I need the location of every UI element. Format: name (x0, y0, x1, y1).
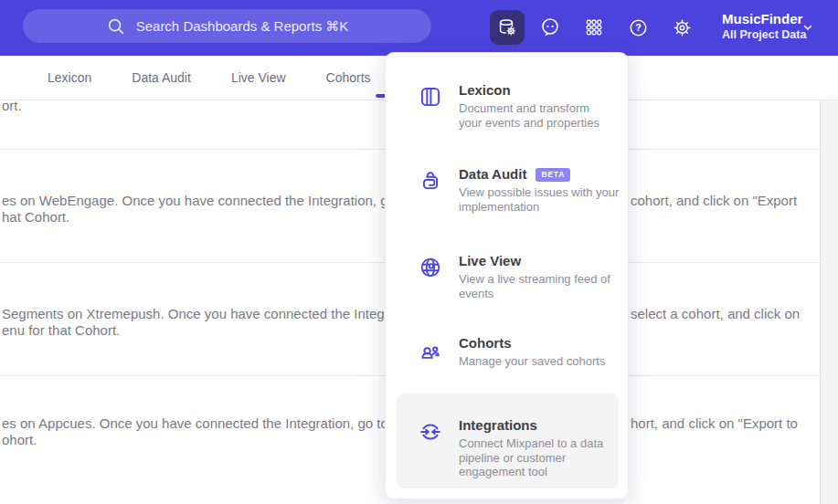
appcues-description-line2: ohort. (2, 432, 37, 447)
tab-cohorts[interactable]: Cohorts (326, 70, 371, 85)
tab-lexicon[interactable]: Lexicon (48, 70, 91, 85)
data-management-icon (496, 16, 518, 38)
data-management-dropdown: Lexicon Document and transform your even… (385, 52, 629, 499)
menu-item-description: Connect Mixpanel to a data pipeline or c… (459, 436, 625, 479)
search-placeholder-text: Search Dashboards & Reports ⌘K (136, 18, 349, 35)
svg-text:?: ? (635, 22, 641, 33)
menu-item-title: Integrations (459, 417, 537, 434)
menu-item-title: Cohorts (459, 335, 512, 352)
webengage-description-line2: hat Cohort. (2, 209, 69, 225)
menu-item-description: Manage your saved cohorts (459, 354, 625, 369)
feedback-chat-icon (539, 16, 561, 38)
webengage-description-right: cohort, and click on "Export (631, 193, 797, 208)
menu-item-data-audit[interactable]: Data Audit BETA View possible issues wit… (419, 166, 625, 214)
help-button[interactable]: ? (622, 12, 653, 43)
project-name: MusicFinder (722, 11, 806, 27)
book-icon (419, 85, 442, 109)
xtremepush-description-right: select a cohort, and click on (631, 306, 800, 321)
globe-icon (419, 256, 442, 279)
menu-item-title: Data Audit (459, 166, 526, 183)
menu-item-title: Lexicon (459, 82, 511, 99)
app-window: Search Dashboards & Reports ⌘K (0, 0, 838, 504)
webengage-description-left: es on WebEngage. Once you have connected… (2, 193, 434, 208)
menu-item-integrations[interactable]: Integrations Connect Mixpanel to a data … (397, 394, 619, 488)
data-management-button[interactable] (490, 10, 525, 45)
tab-data-audit[interactable]: Data Audit (132, 70, 191, 85)
apps-grid-button[interactable] (578, 12, 610, 43)
audit-lock-icon (419, 169, 442, 193)
settings-button[interactable] (666, 12, 697, 43)
menu-item-description: View a live streaming feed of events (459, 272, 625, 300)
beta-badge: BETA (536, 168, 570, 182)
menu-item-cohorts[interactable]: Cohorts Manage your saved cohorts (419, 335, 625, 369)
appcues-description-right: hort, and click on "Export to (631, 415, 798, 431)
project-scope: All Project Data (722, 27, 806, 42)
menu-item-description: View possible issues with your implement… (459, 185, 625, 214)
chevron-down-icon (801, 21, 814, 34)
project-switcher[interactable]: MusicFinder All Project Data (722, 11, 806, 42)
tab-live-view[interactable]: Live View (231, 70, 286, 85)
global-search-bar[interactable]: Search Dashboards & Reports ⌘K (23, 9, 431, 43)
help-icon: ? (628, 17, 649, 38)
apps-grid-icon (584, 17, 604, 37)
menu-item-lexicon[interactable]: Lexicon Document and transform your even… (419, 82, 625, 130)
scroll-gutter[interactable] (820, 100, 838, 504)
search-icon (106, 16, 126, 37)
sync-arrows-icon (419, 420, 442, 444)
feedback-button[interactable] (535, 12, 566, 43)
settings-gear-icon (672, 17, 693, 38)
top-navigation-bar: Search Dashboards & Reports ⌘K (0, 0, 838, 56)
appcues-description-left: es on Appcues. Once you have connected t… (2, 415, 426, 431)
menu-item-title: Live View (459, 253, 521, 269)
xtremepush-description-line2: enu for that Cohort. (2, 322, 120, 338)
xtremepush-description-left: Segments on Xtremepush. Once you have co… (2, 306, 422, 321)
menu-item-live-view[interactable]: Live View View a live streaming feed of … (419, 253, 625, 300)
menu-item-description: Document and transform your events and p… (459, 101, 625, 130)
people-icon (419, 338, 442, 362)
